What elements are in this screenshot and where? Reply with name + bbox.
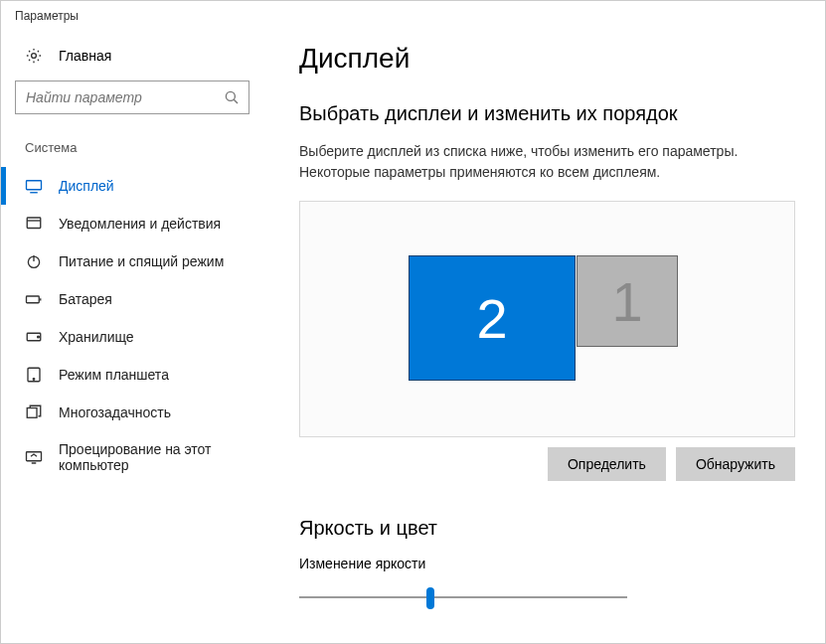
- svg-rect-11: [27, 452, 42, 461]
- home-button[interactable]: Главная: [15, 37, 269, 80]
- sidebar-item-power[interactable]: Питание и спящий режим: [15, 242, 269, 280]
- sidebar-item-battery[interactable]: Батарея: [15, 280, 269, 318]
- sidebar-item-multitask[interactable]: Многозадачность: [15, 394, 269, 431]
- identify-button[interactable]: Определить: [548, 447, 666, 481]
- svg-point-7: [38, 336, 40, 338]
- sidebar-item-label: Питание и спящий режим: [59, 253, 224, 269]
- sidebar-item-project[interactable]: Проецирование на этот компьютер: [15, 431, 269, 483]
- sidebar-item-label: Дисплей: [59, 178, 114, 194]
- svg-rect-5: [27, 296, 40, 303]
- sidebar-group-label: Система: [15, 140, 269, 167]
- svg-point-9: [33, 379, 35, 381]
- sidebar-item-label: Многозадачность: [59, 404, 171, 420]
- brightness-label: Изменение яркости: [299, 556, 795, 571]
- notification-icon: [25, 215, 43, 233]
- slider-track: [299, 596, 627, 598]
- search-field[interactable]: [26, 89, 223, 105]
- sidebar-item-storage[interactable]: Хранилище: [15, 318, 269, 356]
- search-input[interactable]: [15, 80, 249, 114]
- page-title: Дисплей: [299, 43, 795, 75]
- multitask-icon: [25, 403, 43, 421]
- arrange-heading: Выбрать дисплеи и изменить их порядок: [299, 102, 795, 125]
- main-content: Дисплей Выбрать дисплеи и изменить их по…: [269, 37, 825, 644]
- storage-icon: [25, 328, 43, 346]
- svg-point-1: [226, 91, 235, 100]
- sidebar-item-label: Уведомления и действия: [59, 216, 221, 232]
- tablet-icon: [25, 366, 43, 384]
- sidebar-item-label: Режим планшета: [59, 367, 169, 383]
- project-icon: [25, 448, 43, 466]
- monitor-2[interactable]: 2: [409, 255, 576, 381]
- detect-button[interactable]: Обнаружить: [676, 447, 795, 481]
- svg-point-0: [32, 54, 37, 59]
- search-icon: [223, 88, 241, 106]
- monitor-1[interactable]: 1: [577, 255, 678, 347]
- sidebar-item-tablet[interactable]: Режим планшета: [15, 356, 269, 394]
- window-title: Параметры: [1, 1, 825, 37]
- sidebar-item-label: Батарея: [59, 291, 112, 307]
- svg-rect-2: [27, 181, 42, 190]
- svg-rect-10: [27, 408, 37, 418]
- gear-icon: [25, 47, 43, 65]
- arrange-description: Выберите дисплей из списка ниже, чтобы и…: [299, 141, 795, 183]
- battery-icon: [25, 290, 43, 308]
- svg-rect-3: [27, 218, 41, 229]
- monitor-icon: [25, 177, 43, 195]
- home-label: Главная: [59, 48, 111, 64]
- slider-thumb[interactable]: [426, 587, 434, 609]
- sidebar-item-label: Хранилище: [59, 329, 134, 345]
- brightness-slider[interactable]: [299, 587, 627, 607]
- sidebar-item-display[interactable]: Дисплей: [15, 167, 269, 205]
- brightness-heading: Яркость и цвет: [299, 517, 795, 540]
- sidebar: Главная Система Дисплей Уведомления и де…: [1, 37, 269, 644]
- sidebar-item-notifications[interactable]: Уведомления и действия: [15, 205, 269, 242]
- sidebar-item-label: Проецирование на этот компьютер: [59, 441, 269, 473]
- power-icon: [25, 252, 43, 270]
- display-arrangement-canvas[interactable]: 2 1: [299, 201, 795, 437]
